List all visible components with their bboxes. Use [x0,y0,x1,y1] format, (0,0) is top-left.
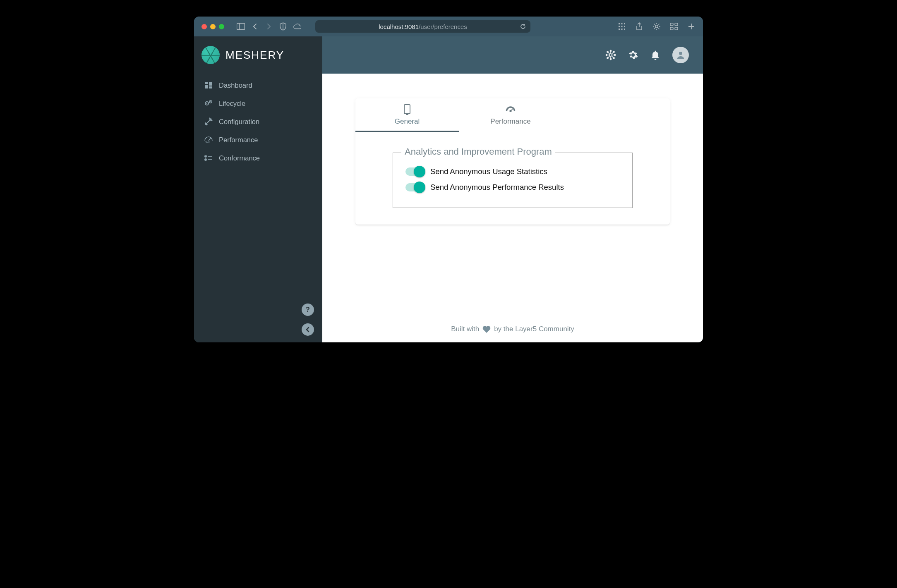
svg-point-64 [513,108,513,109]
speedometer-icon [505,104,516,115]
tab-general[interactable]: General [355,98,459,132]
svg-rect-10 [624,29,625,30]
svg-rect-29 [209,86,212,88]
svg-rect-2 [619,23,620,24]
sidebar-footer: ? [194,297,322,342]
svg-point-43 [610,50,611,51]
user-avatar[interactable] [672,47,689,63]
toggle-label: Send Anonymous Usage Statistics [430,167,547,176]
privacy-shield-icon[interactable] [279,22,287,31]
svg-rect-28 [205,85,208,88]
url-path: /user/preferences [419,23,467,30]
back-button-icon[interactable] [251,22,259,31]
settings-gear-icon[interactable] [652,22,661,31]
bell-icon[interactable] [650,50,661,60]
tab-performance[interactable]: Performance [459,98,562,132]
chrome-right-actions [618,22,696,31]
grid-apps-icon[interactable] [618,22,626,31]
sidebar-item-dashboard[interactable]: Dashboard [194,76,322,94]
mesh-topology-icon[interactable] [605,50,616,60]
sidebar-item-label: Performance [219,136,258,144]
browser-chrome: localhost:9081/user/preferences [194,17,703,36]
svg-rect-9 [621,29,623,30]
forward-button-icon [265,22,273,31]
svg-point-33 [210,101,211,102]
preferences-card: General Performance Analytics and Improv… [355,98,670,225]
svg-line-16 [654,24,655,25]
main: General Performance Analytics and Improv… [322,36,703,342]
tabs-overview-icon[interactable] [670,22,678,31]
zoom-window-button[interactable] [219,24,224,29]
address-bar[interactable]: localhost:9081/user/preferences [315,20,530,33]
svg-line-19 [654,28,655,29]
minimize-window-button[interactable] [210,24,216,29]
brand[interactable]: MESHERY [194,36,322,74]
svg-point-42 [609,54,612,56]
tab-bar: General Performance [355,98,670,132]
svg-line-58 [612,56,613,57]
svg-rect-4 [624,23,625,24]
svg-line-17 [658,28,659,29]
svg-line-55 [608,53,610,54]
gears-icon [204,99,213,108]
sidebar-item-conformance[interactable]: Conformance [194,149,322,167]
collapse-sidebar-button[interactable] [302,323,314,336]
device-icon [402,104,413,115]
content-area: General Performance Analytics and Improv… [322,74,703,342]
svg-point-44 [610,58,611,60]
app-shell: MESHERY Dashboard Lifecycle [194,36,703,342]
svg-rect-26 [205,82,208,84]
gear-icon[interactable] [628,50,638,60]
svg-point-45 [606,54,607,55]
sidebar-item-configuration[interactable]: Configuration [194,112,322,131]
svg-point-63 [508,108,508,109]
tab-label: Performance [490,117,530,126]
sidebar-item-label: Lifecycle [219,100,245,108]
primary-nav: Dashboard Lifecycle Configuration [194,74,322,170]
svg-rect-5 [619,26,620,27]
traffic-lights [201,24,224,29]
topbar [322,36,703,74]
svg-point-46 [614,54,615,55]
svg-line-18 [658,24,659,25]
new-tab-icon[interactable] [687,22,696,31]
svg-line-34 [209,138,211,141]
svg-rect-6 [621,26,623,27]
fieldset-legend: Analytics and Improvement Program [401,146,555,157]
svg-point-59 [679,52,682,55]
sidebar-item-performance[interactable]: SMP Performance [194,131,322,149]
svg-rect-22 [670,27,673,30]
chevron-left-icon [305,327,310,332]
svg-line-56 [612,53,613,54]
svg-rect-3 [621,23,623,24]
page-footer: Built with by the Layer5 Community [355,313,670,342]
close-window-button[interactable] [201,24,207,29]
svg-point-31 [206,103,207,104]
footer-post: by the Layer5 Community [494,325,574,333]
analytics-fieldset: Analytics and Improvement Program Send A… [393,153,633,208]
help-button[interactable]: ? [302,304,314,316]
sidebar-item-label: Conformance [219,154,260,162]
sidebar-toggle-icon[interactable] [237,22,245,31]
svg-rect-27 [209,82,212,86]
switch-perf-results[interactable] [405,183,424,191]
switch-usage-stats[interactable] [405,167,424,176]
svg-rect-8 [619,29,620,30]
svg-rect-23 [675,27,678,30]
share-icon[interactable] [635,22,643,31]
brand-text: MESHERY [225,49,284,62]
refresh-icon[interactable] [520,23,526,30]
svg-rect-0 [237,24,245,30]
wrench-icon [204,117,213,126]
help-icon: ? [306,306,310,313]
browser-window: localhost:9081/user/preferences [194,17,703,342]
gauge-smp-icon: SMP [204,135,213,144]
sidebar-item-lifecycle[interactable]: Lifecycle [194,94,322,112]
sidebar-item-label: Configuration [219,118,259,126]
toggle-label: Send Anonymous Performance Results [430,183,564,192]
url-host: localhost:9081 [379,23,419,30]
svg-rect-7 [624,26,625,27]
svg-rect-20 [670,23,673,26]
svg-text:SMP: SMP [205,141,210,143]
cloud-icon[interactable] [293,22,301,31]
